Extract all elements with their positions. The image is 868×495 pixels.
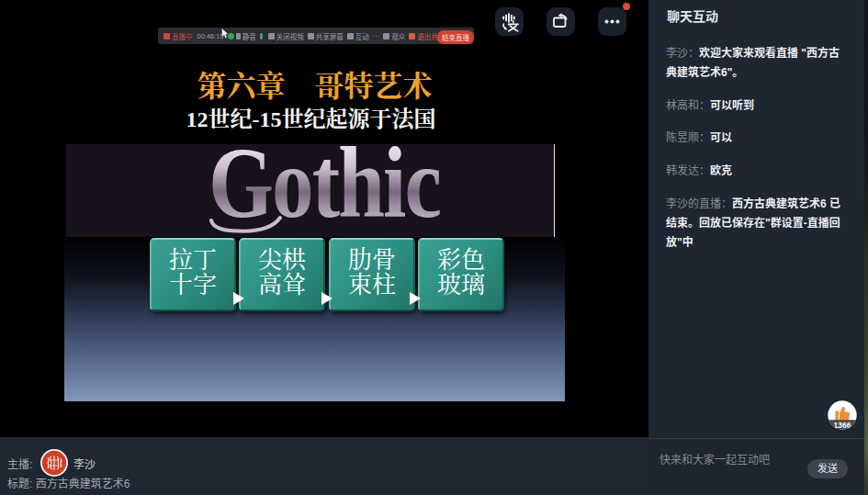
svg-text:1366: 1366 <box>834 421 851 430</box>
svg-text:Gothic: Gothic <box>209 144 440 237</box>
